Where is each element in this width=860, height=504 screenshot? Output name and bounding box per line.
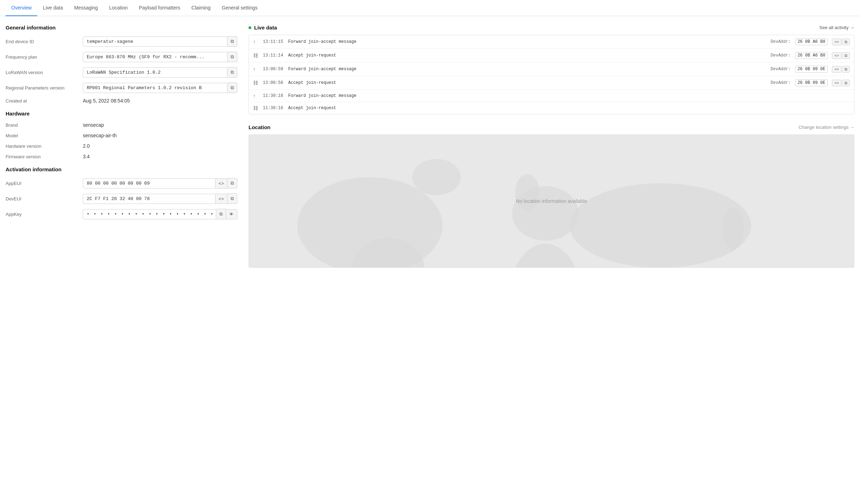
brand-value: sensecap (83, 122, 104, 128)
change-location-link[interactable]: Change location settings → (799, 125, 854, 130)
field-appeui: AppEUI <> ⧉ (6, 178, 237, 188)
end-device-id-copy-button[interactable]: ⧉ (227, 36, 237, 47)
field-appkey: AppKey ⧉ 👁 (6, 209, 237, 219)
live-copy-button[interactable]: ⧉ (842, 52, 850, 59)
live-message: Forward join-accept message (288, 93, 850, 98)
live-time: 11:30:18 (263, 93, 284, 98)
deveui-input[interactable] (83, 194, 216, 204)
live-row: ⛓ 13:11:14 Accept join-request DevAddr: … (249, 49, 854, 62)
label-regional-params: Regional Parameters version (6, 85, 83, 91)
hardware-title: Hardware (6, 111, 237, 117)
tab-live-data[interactable]: Live data (37, 0, 68, 16)
live-copy-button[interactable]: ⧉ (842, 80, 850, 86)
right-panel: Live data See all activity → ↑ 13:11:15 … (249, 25, 854, 268)
label-created-at: Created at (6, 98, 83, 104)
input-wrap-appeui: <> ⧉ (83, 178, 237, 188)
see-all-activity-link[interactable]: See all activity → (819, 25, 854, 30)
appeui-input[interactable] (83, 178, 216, 188)
field-regional-params: Regional Parameters version ⧉ (6, 82, 237, 93)
live-action-buttons: <> ⧉ (832, 80, 850, 86)
devaddr-label: DevAddr: (770, 53, 791, 58)
field-end-device-id: End device ID ⧉ (6, 36, 237, 47)
frequency-plan-copy-button[interactable]: ⧉ (227, 52, 237, 62)
live-time: 13:00:58 (263, 80, 284, 85)
input-wrap-deveui: <> ⧉ (83, 193, 237, 204)
live-action-buttons: <> ⧉ (832, 52, 850, 59)
deveui-code-button[interactable]: <> (216, 194, 227, 204)
lorawan-version-copy-button[interactable]: ⧉ (227, 67, 237, 78)
field-hardware-version: Hardware version 2.0 (6, 143, 237, 149)
live-row: ↑ 11:30:18 Forward join-accept message (249, 90, 854, 102)
tab-payload-formatters[interactable]: Payload formatters (133, 0, 186, 16)
live-indicator-dot (249, 26, 251, 29)
live-message: Accept join-request (288, 53, 766, 58)
tab-location[interactable]: Location (104, 0, 133, 16)
field-lorawan-version: LoRaWAN version ⧉ (6, 67, 237, 78)
appkey-visibility-toggle[interactable]: 👁 (226, 209, 237, 219)
lorawan-version-input[interactable] (83, 67, 227, 78)
appeui-code-button[interactable]: <> (216, 178, 227, 188)
live-action-buttons: <> ⧉ (832, 39, 850, 45)
live-action-buttons: <> ⧉ (832, 66, 850, 73)
live-data-header: Live data See all activity → (249, 25, 854, 31)
left-panel: General information End device ID ⧉ Freq… (6, 25, 237, 268)
devaddr-badge: 26 0B A6 B8 (795, 38, 828, 45)
live-row: ⛓ 13:00:58 Accept join-request DevAddr: … (249, 76, 854, 90)
direction-link-icon: ⛓ (253, 80, 259, 86)
input-wrap-appkey: ⧉ 👁 (83, 209, 237, 219)
tab-general-settings[interactable]: General settings (216, 0, 263, 16)
map-container: No location information available (249, 134, 854, 268)
appkey-copy-button[interactable]: ⧉ (216, 209, 226, 219)
live-time: 13:00:59 (263, 67, 284, 72)
devaddr-badge: 26 0B A6 B8 (795, 52, 828, 59)
tab-overview[interactable]: Overview (6, 0, 37, 16)
general-info-title: General information (6, 25, 237, 31)
live-row: ⛓ 11:30:16 Accept join-request (249, 102, 854, 114)
direction-up-icon: ↑ (253, 66, 259, 72)
direction-up-icon: ↑ (253, 93, 259, 99)
devaddr-label: DevAddr: (770, 80, 791, 85)
field-firmware-version: Firmware version 3.4 (6, 154, 237, 159)
devaddr-badge: 26 0B 09 0E (795, 66, 828, 73)
tab-messaging[interactable]: Messaging (68, 0, 104, 16)
live-copy-button[interactable]: ⧉ (842, 39, 850, 45)
direction-up-icon: ↑ (253, 39, 259, 45)
field-frequency-plan: Frequency plan ⧉ (6, 52, 237, 62)
deveui-copy-button[interactable]: ⧉ (227, 193, 237, 204)
label-appeui: AppEUI (6, 181, 83, 186)
live-message: Accept join-request (288, 106, 850, 111)
live-code-button[interactable]: <> (832, 66, 841, 73)
live-time: 13:11:15 (263, 39, 284, 44)
svg-point-9 (722, 207, 744, 250)
regional-params-copy-button[interactable]: ⧉ (227, 82, 237, 93)
svg-point-4 (509, 244, 582, 268)
model-value: sensecap-air-th (83, 133, 117, 138)
field-brand: Brand sensecap (6, 122, 237, 128)
frequency-plan-input[interactable] (83, 52, 227, 62)
tab-claiming[interactable]: Claiming (186, 0, 216, 16)
firmware-version-value: 3.4 (83, 154, 90, 159)
live-code-button[interactable]: <> (832, 80, 841, 86)
label-firmware-version: Firmware version (6, 154, 83, 159)
regional-params-input[interactable] (83, 83, 227, 93)
location-header: Location Change location settings → (249, 124, 854, 130)
appkey-input[interactable] (83, 209, 216, 219)
live-message: Forward join-accept message (288, 39, 766, 44)
appeui-copy-button[interactable]: ⧉ (227, 178, 237, 188)
live-code-button[interactable]: <> (832, 39, 841, 45)
label-frequency-plan: Frequency plan (6, 54, 83, 60)
live-data-label: Live data (254, 25, 277, 31)
live-copy-button[interactable]: ⧉ (842, 66, 850, 73)
devaddr-badge: 26 0B 09 0E (795, 79, 828, 86)
tab-bar: Overview Live data Messaging Location Pa… (0, 0, 860, 16)
svg-point-7 (412, 159, 461, 195)
input-wrap-end-device-id: ⧉ (83, 36, 237, 47)
label-model: Model (6, 133, 83, 138)
hardware-version-value: 2.0 (83, 143, 90, 149)
input-wrap-frequency-plan: ⧉ (83, 52, 237, 62)
live-data-table: ↑ 13:11:15 Forward join-accept message D… (249, 35, 854, 114)
label-deveui: DevEUI (6, 196, 83, 201)
end-device-id-input[interactable] (83, 37, 227, 47)
live-time: 11:30:16 (263, 106, 284, 111)
live-code-button[interactable]: <> (832, 52, 841, 59)
